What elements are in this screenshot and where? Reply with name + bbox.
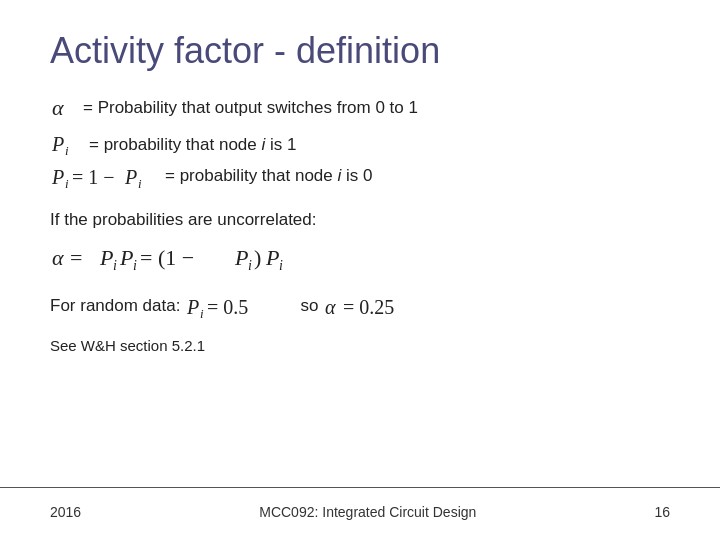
random-data-so: so: [300, 292, 318, 321]
slide: Activity factor - definition α = Probabi…: [0, 0, 720, 540]
svg-text:i: i: [113, 258, 117, 273]
svg-text:i: i: [133, 258, 137, 273]
line-alpha-def: α = Probability that output switches fro…: [50, 94, 670, 123]
svg-text:i: i: [200, 306, 204, 321]
pi-equals-half-formula: P i = 0.5: [185, 291, 295, 323]
svg-text:P: P: [51, 166, 64, 188]
reference-text: See W&H section 5.2.1: [50, 333, 670, 359]
alpha-definition-text: = Probability that output switches from …: [83, 94, 418, 123]
svg-text:=: =: [70, 245, 82, 270]
alpha-formula-block: α = P i P i = (1 − P i ) P i: [50, 239, 670, 277]
svg-text:i: i: [279, 258, 283, 273]
svg-text:= 0.25: = 0.25: [343, 296, 394, 318]
footer-page: 16: [654, 504, 670, 520]
footer-course: MCC092: Integrated Circuit Design: [259, 504, 476, 520]
svg-text:P: P: [265, 245, 279, 270]
svg-text:P: P: [234, 245, 248, 270]
svg-text:= (1 −: = (1 −: [140, 245, 194, 270]
pi-formulas-block: P i = probability that node i is 1 P i =…: [50, 131, 670, 192]
svg-text:= 1 −: = 1 −: [72, 166, 115, 188]
pi-1-minus-pi-formula-icon: P i = 1 − P i: [50, 162, 160, 192]
footer-divider: [0, 487, 720, 488]
svg-text:α: α: [52, 95, 64, 120]
svg-text:P: P: [99, 245, 113, 270]
pi-formula-row2: P i = 1 − P i = probability that node i …: [50, 162, 670, 192]
svg-text:P: P: [124, 166, 137, 188]
svg-text:= 0.5: = 0.5: [207, 296, 248, 318]
random-data-line: For random data: P i = 0.5 so α = 0.25: [50, 291, 670, 323]
svg-text:P: P: [119, 245, 133, 270]
uncorrelated-text: If the probabilities are uncorrelated:: [50, 206, 317, 235]
alpha-equals-025-formula: α = 0.25: [323, 291, 423, 323]
svg-text:α: α: [52, 245, 64, 270]
svg-text:i: i: [248, 258, 252, 273]
alpha-pi-formula-icon: α = P i P i = (1 − P i ) P i: [50, 239, 345, 277]
svg-text:): ): [254, 245, 261, 270]
pi-formula-icon: P i: [50, 131, 84, 159]
pi-formula-row1: P i = probability that node i is 1: [50, 131, 670, 160]
svg-text:P: P: [51, 133, 64, 155]
alpha-formula-icon: α: [50, 95, 78, 121]
random-data-prefix: For random data:: [50, 292, 180, 321]
svg-text:P: P: [186, 296, 199, 318]
slide-title: Activity factor - definition: [50, 30, 670, 72]
footer: 2016 MCC092: Integrated Circuit Design 1…: [0, 504, 720, 520]
svg-text:i: i: [138, 176, 142, 191]
svg-text:i: i: [65, 176, 69, 191]
uncorrelated-label: If the probabilities are uncorrelated:: [50, 206, 670, 235]
pi-1-text: = probability that node i is 1: [89, 131, 296, 160]
pi-0-text: = probability that node i is 0: [165, 162, 372, 191]
svg-text:α: α: [325, 296, 336, 318]
slide-content: α = Probability that output switches fro…: [50, 94, 670, 358]
svg-text:i: i: [65, 143, 69, 158]
footer-year: 2016: [50, 504, 81, 520]
